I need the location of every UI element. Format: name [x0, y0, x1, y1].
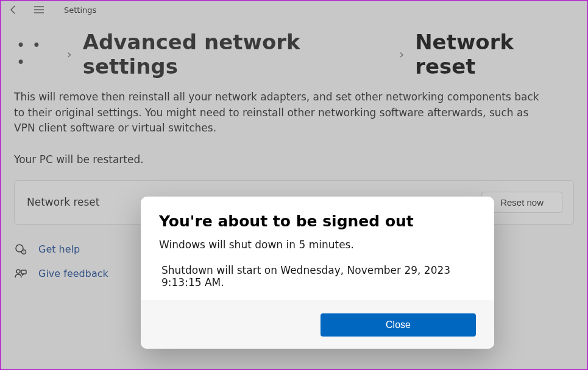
dialog-message-1: Windows will shut down in 5 minutes. — [159, 239, 476, 251]
dialog-title: You're about to be signed out — [159, 212, 476, 230]
settings-window: Settings • • • › Advanced network settin… — [0, 0, 588, 370]
close-button[interactable]: Close — [321, 313, 476, 337]
dialog-body: You're about to be signed out Windows wi… — [141, 197, 494, 301]
dialog-actions: Close — [141, 301, 494, 349]
dialog-message-2: Shutdown will start on Wednesday, Novemb… — [159, 264, 476, 288]
signout-dialog: You're about to be signed out Windows wi… — [141, 197, 494, 349]
